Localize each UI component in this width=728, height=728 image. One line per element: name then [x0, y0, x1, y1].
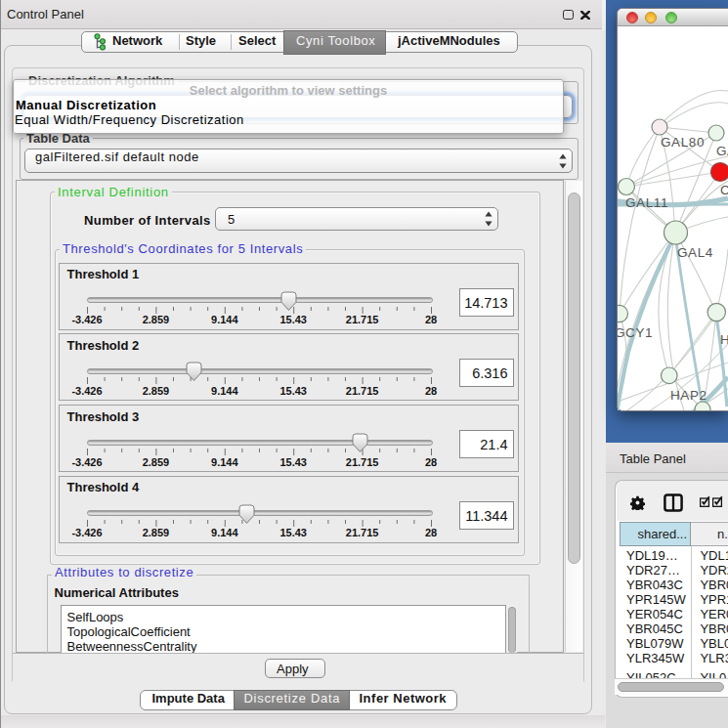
svg-text:GCY1: GCY1 [618, 325, 653, 340]
svg-text:GAL11: GAL11 [625, 195, 668, 210]
svg-text:GAL80: GAL80 [661, 135, 705, 150]
svg-text:HAP2: HAP2 [670, 388, 707, 403]
svg-text:GAL4: GAL4 [677, 245, 713, 260]
svg-text:GA: GA [716, 144, 728, 158]
svg-text:H: H [720, 332, 728, 347]
svg-text:C: C [720, 183, 728, 197]
